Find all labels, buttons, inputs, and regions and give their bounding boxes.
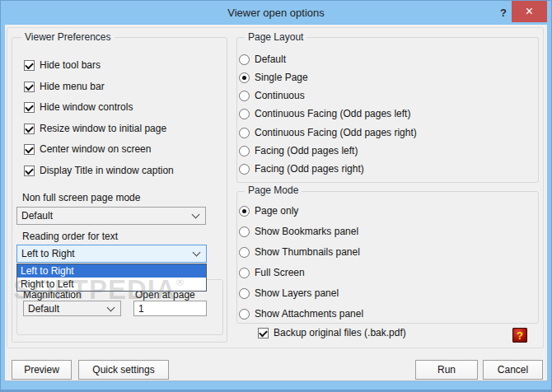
radio-icon[interactable] (239, 109, 250, 119)
checkbox-label: Display Title in window caption (40, 165, 174, 176)
group-page-layout-caption: Page Layout (245, 32, 306, 43)
group-page-mode-caption: Page Mode (245, 185, 302, 196)
non-full-screen-combobox[interactable]: Default (16, 207, 206, 225)
checkbox-icon[interactable] (24, 82, 35, 92)
chevron-down-icon (193, 249, 201, 257)
radio-layout-default[interactable]: Default (239, 53, 286, 66)
checkbox-center-window[interactable]: Center window on screen (24, 142, 151, 156)
radio-label: Continuous Facing (Odd pages right) (255, 127, 417, 138)
group-viewer-preferences-caption: Viewer Preferences (21, 32, 115, 43)
chevron-down-icon (107, 303, 115, 311)
window-title: Viewer open options (227, 7, 325, 19)
reading-order-dropdown-list: Left to Right Right to Left (16, 264, 207, 292)
checkbox-label: Hide menu bar (40, 81, 105, 92)
checkbox-label: Center window on screen (40, 143, 151, 155)
radio-label: Continuous (255, 90, 305, 101)
radio-icon[interactable] (239, 288, 250, 299)
reading-order-combobox[interactable]: Left to Right (16, 245, 207, 263)
radio-layout-cont-facing-right[interactable]: Continuous Facing (Odd pages right) (239, 126, 417, 139)
radio-icon[interactable] (239, 128, 250, 138)
run-button[interactable]: Run (415, 360, 478, 380)
checkbox-label: Resize window to initial page (40, 123, 166, 134)
radio-icon[interactable] (239, 146, 250, 156)
combobox-value: Left to Right (21, 248, 75, 259)
checkbox-icon[interactable] (258, 328, 269, 338)
radio-label: Default (255, 54, 286, 65)
question-mark-glyph: ? (517, 330, 523, 341)
checkbox-hide-tool-bars[interactable]: Hide tool bars (24, 58, 101, 72)
checkbox-label: Hide tool bars (40, 59, 101, 71)
radio-mode-page-only[interactable]: Page only (239, 204, 298, 217)
close-button[interactable]: × (512, 1, 547, 22)
radio-layout-facing-left[interactable]: Facing (Odd pages left) (239, 144, 358, 157)
radio-icon[interactable] (239, 247, 250, 258)
titlebar: Viewer open options (0, 0, 552, 25)
reading-order-label: Reading order for text (22, 231, 118, 242)
radio-label: Continuous Facing (Odd pages left) (255, 108, 410, 119)
preview-button[interactable]: Preview (12, 360, 72, 380)
help-glyph-icon: ? (500, 7, 507, 19)
radio-label: Show Layers panel (255, 287, 339, 299)
checkbox-backup-original-files[interactable]: Backup original files (.bak.pdf) (258, 326, 406, 339)
checkbox-icon[interactable] (24, 124, 35, 134)
checkbox-label: Backup original files (.bak.pdf) (274, 327, 406, 338)
checkbox-icon[interactable] (24, 102, 35, 113)
radio-label: Show Bookmarks panel (255, 226, 358, 237)
checkbox-resize-window[interactable]: Resize window to initial page (24, 122, 166, 135)
radio-mode-bookmarks[interactable]: Show Bookmarks panel (239, 225, 358, 238)
radio-icon[interactable] (239, 226, 250, 237)
dropdown-option-right-to-left[interactable]: Right to Left (17, 278, 206, 291)
radio-label: Facing (Odd pages right) (255, 163, 364, 175)
non-full-screen-label: Non full screen page mode (22, 192, 140, 203)
radio-label: Page only (255, 205, 298, 217)
radio-icon[interactable] (239, 72, 250, 83)
radio-mode-full-screen[interactable]: Full Screen (239, 266, 305, 279)
backup-help-icon[interactable]: ? (512, 328, 527, 343)
dropdown-option-left-to-right[interactable]: Left to Right (17, 264, 206, 278)
radio-label: Full Screen (255, 267, 305, 278)
radio-icon[interactable] (239, 309, 250, 320)
titlebar-help-button[interactable]: ? (496, 2, 511, 23)
dialog-window: Viewer open options ? × Viewer Preferenc… (0, 0, 552, 392)
checkbox-icon[interactable] (24, 166, 35, 176)
radio-icon[interactable] (239, 164, 250, 175)
radio-icon[interactable] (239, 268, 250, 278)
checkbox-display-title[interactable]: Display Title in window caption (24, 164, 174, 177)
radio-layout-cont-facing-left[interactable]: Continuous Facing (Odd pages left) (239, 107, 410, 120)
radio-mode-layers[interactable]: Show Layers panel (239, 287, 339, 300)
combobox-value: Default (21, 210, 53, 222)
checkbox-icon[interactable] (24, 60, 35, 71)
radio-layout-single-page[interactable]: Single Page (239, 71, 308, 84)
radio-mode-attachments[interactable]: Show Attachments panel (239, 307, 363, 320)
radio-label: Show Thumbnails panel (255, 246, 360, 258)
combobox-value: Default (28, 303, 59, 315)
radio-layout-facing-right[interactable]: Facing (Odd pages right) (239, 162, 364, 175)
close-icon: × (526, 5, 533, 18)
magnification-combobox[interactable]: Default (23, 301, 121, 316)
checkbox-label: Hide window controls (40, 101, 133, 113)
quick-settings-button[interactable]: Quick settings (78, 360, 169, 380)
checkbox-hide-window-controls[interactable]: Hide window controls (24, 100, 133, 114)
radio-icon[interactable] (239, 206, 250, 217)
radio-icon[interactable] (239, 91, 250, 101)
open-at-page-input[interactable] (133, 301, 207, 316)
radio-mode-thumbnails[interactable]: Show Thumbnails panel (239, 245, 360, 259)
radio-icon[interactable] (239, 54, 250, 65)
radio-label: Show Attachments panel (255, 308, 363, 320)
radio-label: Facing (Odd pages left) (255, 145, 358, 156)
checkbox-icon[interactable] (24, 144, 35, 155)
cancel-button[interactable]: Cancel (483, 360, 543, 380)
radio-layout-continuous[interactable]: Continuous (239, 89, 305, 102)
radio-label: Single Page (255, 72, 308, 83)
checkbox-hide-menu-bar[interactable]: Hide menu bar (24, 80, 105, 93)
chevron-down-icon (192, 211, 200, 219)
